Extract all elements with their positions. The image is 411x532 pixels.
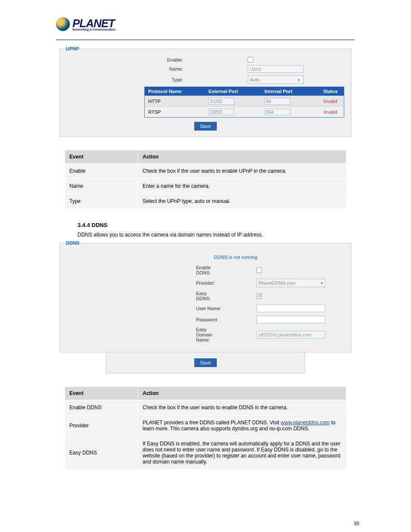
provider-desc-prefix: PLANET provides a free DDNS called PLANE… bbox=[143, 420, 281, 426]
col-internal: Internal Port bbox=[261, 87, 317, 96]
type-select-value: Auto bbox=[250, 77, 260, 82]
ddns-panel: DDNS DDNS is not running Enable DDNS: Pr… bbox=[59, 243, 352, 352]
header-rule bbox=[56, 40, 355, 40]
type-label: Type: bbox=[67, 77, 187, 82]
desc-head-event: Event bbox=[65, 150, 138, 164]
page-number: 50 bbox=[354, 521, 359, 526]
col-status: Status bbox=[317, 87, 344, 96]
enable-ddns-checkbox[interactable] bbox=[256, 268, 262, 273]
cell-proto: RTSP bbox=[145, 108, 205, 116]
cell-status: Invalid bbox=[317, 97, 344, 106]
easy-domain-label: Easy Domain Name: bbox=[67, 327, 222, 342]
col-external: External Port bbox=[205, 87, 261, 96]
table-row[interactable]: RTSP 23202 554 Invalid bbox=[145, 106, 344, 117]
username-label: User Name: bbox=[67, 306, 222, 311]
desc-val: If Easy DDNS is enabled, the camera will… bbox=[138, 436, 346, 470]
logo-word: PLANET bbox=[72, 18, 115, 29]
external-port-input[interactable]: 23202 bbox=[209, 109, 234, 115]
provider-label: Provider: bbox=[67, 280, 222, 286]
desc-head-action: Action bbox=[138, 150, 346, 164]
desc-key: Enable DDNS bbox=[65, 400, 138, 415]
planetddns-link[interactable]: www.planetddns.com bbox=[281, 420, 330, 426]
desc-key: Enable bbox=[65, 164, 138, 179]
desc-key: Name bbox=[65, 179, 138, 194]
password-label: Password: bbox=[67, 317, 222, 322]
type-select[interactable]: Auto ▾ bbox=[248, 75, 304, 84]
chevron-down-icon: ▾ bbox=[321, 280, 323, 286]
desc-key: Easy DDNS bbox=[65, 436, 138, 470]
ddns-legend: DDNS bbox=[64, 240, 81, 246]
easy-ddns-checkbox[interactable] bbox=[256, 293, 262, 299]
upnp-panel: UPNP Enable: Name: Type: Auto ▾ bbox=[59, 49, 352, 137]
desc-val: Enter a name for the camera. bbox=[138, 179, 346, 194]
easy-domain-input[interactable]: pl0202ef.planetddns.com bbox=[256, 331, 325, 339]
enable-ddns-label: Enable DDNS: bbox=[67, 265, 222, 275]
upnp-legend: UPNP bbox=[64, 46, 81, 51]
desc-val: Check the box if the user wants to enabl… bbox=[138, 400, 346, 415]
save-button[interactable]: Save bbox=[194, 358, 216, 367]
name-label: Name: bbox=[67, 66, 187, 72]
table-row[interactable]: HTTP 21202 80 Invalid bbox=[145, 96, 344, 106]
logo: PLANET Networking & Communication bbox=[56, 17, 398, 31]
upnp-description-table: Event Action Enable Check the box if the… bbox=[65, 150, 346, 209]
desc-head-event: Event bbox=[65, 387, 138, 400]
ddns-heading: 3.4.4 DDNS bbox=[78, 222, 346, 228]
cell-status: Invalid bbox=[317, 108, 344, 116]
username-input[interactable] bbox=[256, 305, 325, 312]
save-button[interactable]: Save bbox=[194, 122, 216, 131]
provider-value: PlanetDDNS.com bbox=[258, 280, 296, 286]
desc-val: Select the UPnP type, auto or manual. bbox=[138, 194, 346, 209]
cell-proto: HTTP bbox=[145, 97, 205, 106]
external-port-input[interactable]: 21202 bbox=[209, 98, 234, 105]
easy-ddns-label: Easy DDNS: bbox=[67, 291, 222, 301]
name-input[interactable] bbox=[248, 65, 304, 73]
internal-port-input[interactable]: 80 bbox=[265, 98, 290, 105]
internal-port-input[interactable]: 554 bbox=[265, 109, 290, 115]
desc-key: Type bbox=[65, 194, 138, 209]
desc-val: Check the box if the user wants to enabl… bbox=[138, 164, 346, 179]
password-input[interactable] bbox=[256, 316, 325, 324]
ddns-intro: DDNS allows you to access the camera via… bbox=[78, 231, 346, 239]
col-protocol: Protocol Name bbox=[145, 87, 205, 96]
logo-globe-icon bbox=[56, 17, 70, 31]
chevron-down-icon: ▾ bbox=[296, 78, 302, 82]
enable-checkbox[interactable] bbox=[248, 57, 253, 62]
desc-val: PLANET provides a free DDNS called PLANE… bbox=[138, 415, 346, 436]
desc-key: Provider bbox=[65, 415, 138, 436]
enable-label: Enable: bbox=[67, 57, 187, 62]
desc-head-action: Action bbox=[138, 387, 346, 400]
ddns-description-table: Event Action Enable DDNS Check the box i… bbox=[65, 386, 346, 470]
upnp-table: Protocol Name External Port Internal Por… bbox=[144, 87, 344, 118]
ddns-status: DDNS is not running bbox=[67, 255, 344, 260]
logo-tagline: Networking & Communication bbox=[72, 28, 115, 31]
provider-select[interactable]: PlanetDDNS.com ▾ bbox=[256, 279, 325, 287]
